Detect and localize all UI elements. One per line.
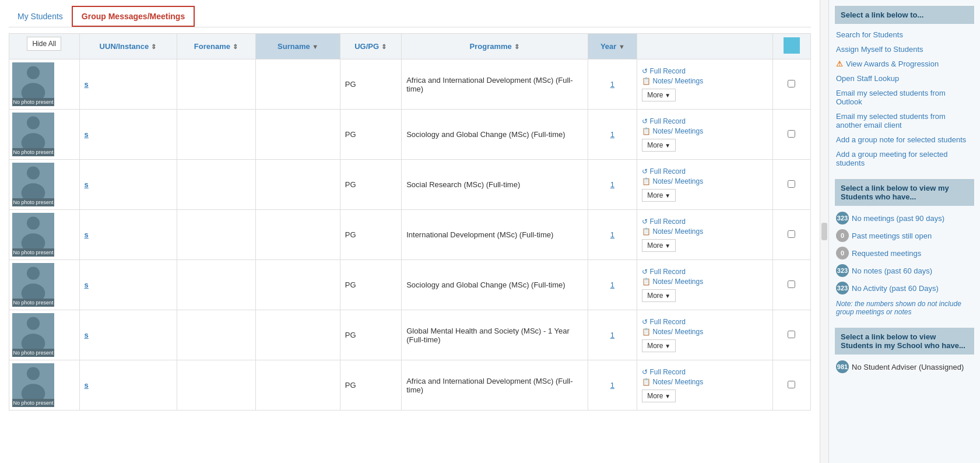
sidebar-school-stat-no-adviser[interactable]: 981 No Student Adviser (Unassigned) (835, 358, 974, 376)
stat-link-past-meetings-open[interactable]: Past meetings still open (852, 232, 932, 240)
notes-meetings-link-4[interactable]: 📋 Notes/ Meetings (642, 278, 767, 286)
uun-link-2[interactable]: s (85, 180, 89, 189)
stat-link-no-notes[interactable]: No notes (past 60 days) (852, 266, 932, 275)
select-student-4[interactable] (788, 280, 795, 288)
col-header-surname[interactable]: Surname ▼ (255, 34, 340, 59)
select-student-6[interactable] (788, 381, 795, 388)
sidebar-item-open-staff[interactable]: Open Staff Lookup (835, 71, 974, 86)
uun-link-5[interactable]: s (85, 331, 89, 339)
stat-link-no-meetings[interactable]: No meetings (past 90 days) (852, 214, 944, 223)
uun-link-6[interactable]: s (85, 381, 89, 390)
sort-programme-icon[interactable]: ⇕ (514, 43, 519, 51)
sidebar-item-assign-myself[interactable]: Assign Myself to Students (835, 42, 974, 57)
full-record-link-5[interactable]: ↺ Full Record (642, 318, 767, 326)
select-student-1[interactable] (788, 130, 795, 138)
stat-link-requested-meetings[interactable]: Requested meetings (852, 249, 921, 258)
sidebar-link-assign-myself[interactable]: Assign Myself to Students (835, 42, 974, 57)
sort-year-icon[interactable]: ▼ (619, 43, 624, 50)
more-button-4[interactable]: More (642, 289, 676, 302)
more-button-0[interactable]: More (642, 89, 676, 101)
full-record-link-3[interactable]: ↺ Full Record (642, 218, 767, 226)
year-link-6[interactable]: 1 (610, 381, 614, 390)
uun-link-1[interactable]: s (85, 130, 89, 139)
sidebar-link-add-group-note[interactable]: Add a group note for selected students (835, 132, 974, 147)
year-link-2[interactable]: 1 (610, 180, 614, 189)
sidebar-item-search-students[interactable]: Search for Students (835, 27, 974, 42)
full-record-link-2[interactable]: ↺ Full Record (642, 167, 767, 176)
tab-group-messages[interactable]: Group Messages/Meetings (72, 6, 195, 27)
sort-surname-icon[interactable]: ▼ (312, 43, 318, 50)
sidebar-stat-no-activity[interactable]: 323 No Activity (past 60 Days) (835, 279, 974, 297)
sort-ugpg-icon[interactable]: ⇕ (381, 43, 387, 51)
col-header-programme[interactable]: Programme ⇕ (402, 34, 588, 59)
uun-link-0[interactable]: s (85, 80, 89, 89)
silhouette-icon (19, 364, 48, 399)
more-button-3[interactable]: More (642, 239, 676, 252)
scroll-bar[interactable] (820, 0, 828, 463)
notes-meetings-link-3[interactable]: 📋 Notes/ Meetings (642, 227, 767, 236)
col-header-forename[interactable]: Forename ⇕ (177, 34, 255, 59)
sidebar-stat-past-meetings-open[interactable]: 0 Past meetings still open (835, 227, 974, 244)
sidebar-item-add-group-meeting[interactable]: Add a group meeting for selected student… (835, 147, 974, 170)
student-checkbox-4 (772, 260, 810, 310)
tab-my-students[interactable]: My Students (9, 7, 72, 26)
svg-point-12 (27, 367, 40, 380)
notes-meetings-link-2[interactable]: 📋 Notes/ Meetings (642, 177, 767, 185)
sidebar-item-view-awards[interactable]: ⚠View Awards & Progression (835, 57, 974, 71)
col-header-uun[interactable]: UUN/Instance ⇕ (79, 34, 177, 59)
year-link-0[interactable]: 1 (610, 80, 614, 89)
full-record-icon-3: ↺ (642, 218, 648, 226)
school-stat-link-no-adviser[interactable]: No Student Adviser (Unassigned) (852, 363, 964, 371)
more-button-2[interactable]: More (642, 189, 676, 202)
sort-uun-icon[interactable]: ⇕ (151, 43, 157, 51)
notes-meetings-link-1[interactable]: 📋 Notes/ Meetings (642, 127, 767, 135)
full-record-link-6[interactable]: ↺ Full Record (642, 368, 767, 376)
select-student-0[interactable] (788, 80, 795, 87)
hide-all-button[interactable]: Hide All (27, 37, 61, 51)
student-surname-6 (255, 360, 340, 411)
more-button-5[interactable]: More (642, 339, 676, 352)
sidebar-item-email-other[interactable]: Email my selected students from another … (835, 109, 974, 132)
table-row: No photo present s PG Sociology and Glob… (9, 260, 811, 310)
svg-point-1 (22, 83, 45, 98)
select-student-2[interactable] (788, 180, 795, 188)
sidebar-link-view-awards[interactable]: ⚠View Awards & Progression (835, 57, 974, 71)
student-surname-3 (255, 210, 340, 260)
sidebar-stat-requested-meetings[interactable]: 0 Requested meetings (835, 244, 974, 262)
select-student-3[interactable] (788, 230, 795, 238)
sidebar-link-add-group-meeting[interactable]: Add a group meeting for selected student… (835, 147, 974, 170)
sidebar-link-open-staff[interactable]: Open Staff Lookup (835, 71, 974, 86)
uun-link-4[interactable]: s (85, 280, 89, 289)
stat-link-no-activity[interactable]: No Activity (past 60 Days) (852, 284, 939, 293)
more-button-1[interactable]: More (642, 139, 676, 152)
table-row: No photo present s PG Africa and Interna… (9, 360, 811, 411)
full-record-link-0[interactable]: ↺ Full Record (642, 67, 767, 75)
sidebar-link-email-other[interactable]: Email my selected students from another … (835, 109, 974, 132)
sidebar-stat-no-notes[interactable]: 323 No notes (past 60 days) (835, 262, 974, 279)
notes-meetings-link-5[interactable]: 📋 Notes/ Meetings (642, 328, 767, 336)
year-link-1[interactable]: 1 (610, 130, 614, 139)
select-student-5[interactable] (788, 331, 795, 338)
svg-point-8 (27, 267, 40, 280)
col-header-ugpg[interactable]: UG/PG ⇕ (340, 34, 401, 59)
sidebar-section-2-header: Select a link below to view my Students … (835, 179, 974, 206)
more-button-6[interactable]: More (642, 390, 676, 402)
notes-meetings-link-0[interactable]: 📋 Notes/ Meetings (642, 77, 767, 85)
sort-forename-icon[interactable]: ⇕ (233, 43, 238, 51)
year-link-3[interactable]: 1 (610, 230, 614, 239)
year-link-4[interactable]: 1 (610, 280, 614, 289)
select-all-button[interactable] (784, 37, 800, 54)
photo-label: No photo present (12, 399, 54, 407)
col-header-year[interactable]: Year ▼ (588, 34, 637, 59)
uun-link-3[interactable]: s (85, 230, 89, 239)
student-forename-2 (177, 160, 255, 210)
sidebar-link-email-outlook[interactable]: Email my selected students from Outlook (835, 86, 974, 109)
full-record-link-1[interactable]: ↺ Full Record (642, 117, 767, 125)
sidebar-item-email-outlook[interactable]: Email my selected students from Outlook (835, 86, 974, 109)
year-link-5[interactable]: 1 (610, 331, 614, 339)
sidebar-link-search-students[interactable]: Search for Students (835, 27, 974, 42)
full-record-link-4[interactable]: ↺ Full Record (642, 268, 767, 276)
sidebar-item-add-group-note[interactable]: Add a group note for selected students (835, 132, 974, 147)
sidebar-stat-no-meetings[interactable]: 323 No meetings (past 90 days) (835, 209, 974, 227)
notes-meetings-link-6[interactable]: 📋 Notes/ Meetings (642, 378, 767, 386)
